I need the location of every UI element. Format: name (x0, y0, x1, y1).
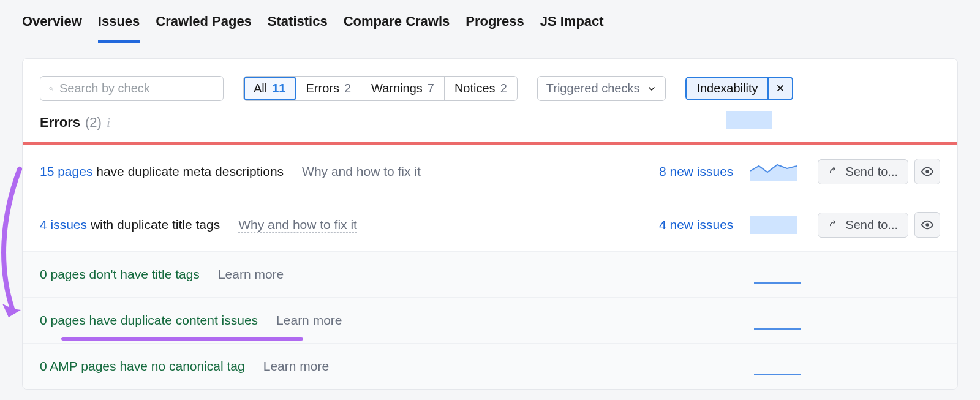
issue-type-filter: All11Errors2Warnings7Notices2 (243, 76, 518, 101)
main-tabs: OverviewIssuesCrawled PagesStatisticsCom… (0, 0, 980, 43)
issue-desc: have duplicate content issues (86, 313, 258, 327)
search-icon (49, 83, 53, 94)
tab-overview[interactable]: Overview (22, 13, 82, 43)
issue-desc: have no canonical tag (116, 359, 245, 373)
panel-toolbar: All11Errors2Warnings7Notices2 Triggered … (23, 59, 957, 115)
learn-more-link[interactable]: Learn more (276, 313, 342, 328)
issue-text[interactable]: 4 issues with duplicate title tags (40, 217, 220, 232)
issue-count-link[interactable]: 15 pages (40, 164, 92, 178)
issue-count-link[interactable]: 0 pages (40, 313, 86, 327)
info-icon[interactable]: i (107, 115, 110, 130)
filter-count: 2 (344, 81, 351, 96)
filter-chip-remove[interactable] (767, 78, 792, 99)
share-arrow-icon (828, 166, 839, 177)
issue-text[interactable]: 0 pages don't have title tags (40, 267, 200, 282)
issue-desc: don't have title tags (86, 267, 200, 281)
section-sparkline (726, 111, 772, 129)
filter-warnings[interactable]: Warnings7 (361, 77, 445, 100)
issue-desc: have duplicate meta descriptions (92, 164, 284, 178)
send-to-label: Send to... (845, 218, 898, 232)
eye-icon (921, 218, 934, 232)
triggered-checks-dropdown[interactable]: Triggered checks (537, 76, 666, 101)
why-fix-link[interactable]: Why and how to fix it (238, 217, 357, 233)
filter-count: 2 (500, 81, 507, 96)
tab-js-impact[interactable]: JS Impact (540, 13, 604, 43)
issue-row: 0 AMP pages have no canonical tagLearn m… (23, 343, 957, 389)
view-button[interactable] (914, 212, 940, 238)
sparkline (754, 265, 801, 284)
new-issues-count[interactable]: 8 new issues (635, 164, 733, 179)
section-title: Errors (40, 115, 80, 130)
issue-row: 0 pages have duplicate content issuesLea… (23, 297, 957, 343)
filter-chip-indexability: Indexability (685, 77, 793, 100)
search-input-wrap[interactable] (40, 76, 224, 101)
filter-label: Notices (454, 81, 496, 96)
section-count: (2) (85, 115, 102, 130)
filter-all[interactable]: All11 (244, 77, 296, 100)
errors-section-header: Errors (2) i (23, 115, 957, 142)
issue-text[interactable]: 15 pages have duplicate meta description… (40, 164, 284, 179)
learn-more-link[interactable]: Learn more (263, 359, 329, 374)
tab-crawled-pages[interactable]: Crawled Pages (156, 13, 252, 43)
svg-line-1 (51, 89, 53, 90)
issue-row: 0 pages don't have title tagsLearn more (23, 251, 957, 297)
sparkline (750, 216, 797, 234)
issue-count-link[interactable]: 0 AMP pages (40, 359, 116, 373)
filter-chip-label: Indexability (687, 78, 767, 99)
send-to-button[interactable]: Send to... (818, 159, 908, 184)
filter-label: All (254, 81, 267, 96)
annotation-underline (61, 337, 303, 341)
issue-row: 4 issues with duplicate title tagsWhy an… (23, 198, 957, 251)
send-to-label: Send to... (845, 165, 898, 179)
tab-statistics[interactable]: Statistics (268, 13, 328, 43)
issue-row: 15 pages have duplicate meta description… (23, 145, 957, 198)
chevron-down-icon (647, 84, 657, 94)
filter-count: 11 (272, 81, 285, 96)
share-arrow-icon (828, 219, 839, 230)
filter-notices[interactable]: Notices2 (445, 77, 517, 100)
learn-more-link[interactable]: Learn more (218, 267, 284, 282)
issue-text[interactable]: 0 AMP pages have no canonical tag (40, 359, 245, 374)
send-to-button[interactable]: Send to... (818, 213, 908, 238)
issue-text[interactable]: 0 pages have duplicate content issues (40, 313, 258, 328)
tab-compare-crawls[interactable]: Compare Crawls (344, 13, 450, 43)
sparkline (754, 357, 801, 375)
sparkline (754, 311, 801, 330)
issue-desc: with duplicate title tags (87, 217, 220, 232)
filter-count: 7 (428, 81, 434, 96)
search-input[interactable] (59, 81, 214, 96)
eye-icon (921, 165, 934, 178)
new-issues-count[interactable]: 4 new issues (635, 217, 733, 232)
close-icon (776, 84, 785, 92)
sparkline (750, 162, 797, 181)
tab-issues[interactable]: Issues (98, 13, 140, 43)
triggered-checks-label: Triggered checks (546, 81, 640, 96)
filter-errors[interactable]: Errors2 (296, 77, 361, 100)
issue-count-link[interactable]: 0 pages (40, 267, 86, 281)
tab-progress[interactable]: Progress (466, 13, 524, 43)
view-button[interactable] (914, 159, 940, 184)
filter-label: Errors (306, 81, 339, 96)
issue-count-link[interactable]: 4 issues (40, 217, 87, 232)
why-fix-link[interactable]: Why and how to fix it (302, 164, 421, 179)
filter-label: Warnings (371, 81, 423, 96)
svg-point-2 (925, 170, 929, 173)
svg-point-3 (925, 223, 929, 227)
